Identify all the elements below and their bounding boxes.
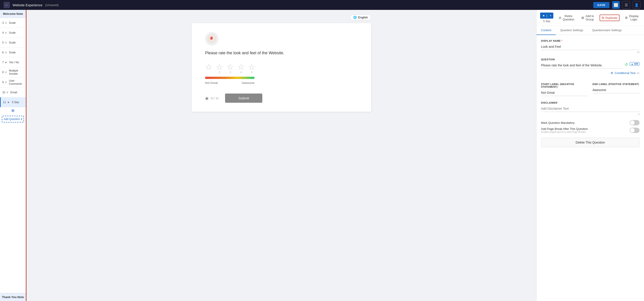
sidebar-item-label-11: 5 Star [12,101,19,104]
star-3[interactable]: ☆ [227,62,234,71]
required-indicator: * [562,39,562,42]
end-label-input[interactable] [592,87,640,93]
survey-card: Please rate the look and feel of the Web… [192,23,371,112]
start-label-section: START LABEL (NEGATIVE STATEMENT) [541,83,588,97]
right-panel: ★ | ▾ 5 Star ⊘ Retire Question ⊞ Add to … [536,10,644,301]
conditional-text-btn[interactable]: ⚙ Conditional Text 45 [610,71,640,75]
end-label: END LABEL (POSITIVE STATEMENT) [592,83,640,85]
question-display-text: Please rate the look and feel of the Web… [205,50,358,56]
sidebar-item-6[interactable]: 6 ≡ Scale [0,47,26,57]
tab-questionnaire-settings[interactable]: Questionnaire Settings [588,26,626,35]
progress-circle-icon: ◉ [205,96,209,101]
question-input-row: ↺ ▲ IVR [541,62,640,69]
main-layout: Welcome Note 3 ≡ Scale 4 ≡ Scale 5 ≡ Sca… [0,10,644,301]
survey-canvas: 🌐 English Please rate the look and feel … [26,10,536,301]
type-label-text: | [546,14,547,17]
disclaimer-input[interactable] [541,105,640,112]
question-type-badge[interactable]: ★ | ▾ [540,12,553,19]
mandatory-toggle[interactable] [630,120,640,125]
delete-question-button[interactable]: Delete This Question [541,138,640,147]
back-button[interactable]: ← [4,2,10,8]
display-name-count: 13 [541,51,640,54]
display-logic-label: Display Logic [629,14,638,21]
content-panel: DISPLAY NAME * 13 QUESTION ↺ ▲ IVR ⚙ Con… [536,35,644,301]
star-5[interactable]: ☆ [248,62,255,71]
scale-icon-4: ≡ [5,31,7,34]
sidebar-item-9[interactable]: 9 ≡ User Comments [0,77,26,87]
add-question-button[interactable]: Add Question ▾ [2,116,24,122]
disclaimer-section: DISCLAIMER 0 [541,101,640,115]
add-question-label: Add Question [4,118,20,121]
yesno-icon: ● [5,61,7,64]
display-name-label: DISPLAY NAME * [541,39,640,42]
view-toggle-button[interactable]: ⬜ [612,1,620,9]
retire-question-button[interactable]: ⊘ Retire Question [557,13,576,22]
type-dropdown-arrow: ▾ [548,14,551,17]
page-break-toggle[interactable] [630,128,640,133]
sidebar-item-label-7: Yes / No [9,61,19,64]
sidebar: Welcome Note 3 ≡ Scale 4 ≡ Scale 5 ≡ Sca… [0,10,26,301]
ivr-badge[interactable]: ▲ IVR [630,62,640,66]
sidebar-item-label-3: Scale [9,21,16,24]
sidebar-item-label-5: Scale [9,41,16,44]
scale-icon-6: ≡ [5,51,7,54]
unsaved-label: (Unsaved) [45,3,58,7]
save-button[interactable]: SAVE [593,2,610,8]
awesome-label: Awesome [242,81,254,85]
duplicate-button[interactable]: ⧉ Duplicate [600,14,620,21]
conditional-text-label: Conditional Text [614,71,635,75]
start-label-input[interactable] [541,89,588,96]
star-4[interactable]: ☆ [238,62,244,71]
display-name-input[interactable] [541,43,640,50]
submit-button[interactable]: Submit [225,93,262,103]
progress-row: ◉ 11 / 11 Submit [205,93,358,103]
thank-you-note[interactable]: Thank You Note [0,293,26,301]
tab-content[interactable]: Content [536,26,556,35]
stars-rating[interactable]: ☆ ☆ 2 ☆ 3 ☆ 4 ☆ 5 [205,62,358,74]
sidebar-item-3[interactable]: 3 ≡ Scale [0,18,26,28]
retire-label: Retire Question [562,14,574,21]
refresh-icon[interactable]: ↺ [624,62,628,67]
sidebar-item-8[interactable]: 8 ≡ Multiple Answer [0,67,26,77]
star-icon-11: ★ [7,101,10,104]
sidebar-item-label-6: Scale [9,51,16,54]
progress-label: 11 / 11 [210,97,219,100]
disclaimer-count: 0 [541,113,640,115]
sidebar-item-11[interactable]: 11 ★ 5 Star [0,97,26,107]
star-1[interactable]: ☆ [205,62,212,71]
question-label: QUESTION [541,58,640,61]
welcome-note[interactable]: Welcome Note [0,10,26,18]
scale-icon-5: ≡ [5,41,7,44]
duplicate-label: Duplicate [605,16,617,19]
scale-icon-3: ≡ [5,21,7,24]
topbar: ← Website Experience (Unsaved) SAVE ⬜ ☰ … [0,0,644,10]
share-button[interactable]: 👤 [633,1,640,9]
add-plus-icon[interactable]: ⊕ [11,108,14,113]
add-to-group-button[interactable]: ⊞ Add to Group [580,13,596,22]
sidebar-item-4[interactable]: 4 ≡ Scale [0,28,26,38]
language-selector[interactable]: 🌐 English [350,14,371,20]
type-star-icon: ★ [542,14,545,17]
start-label: START LABEL (NEGATIVE STATEMENT) [541,83,588,88]
logic-icon: ⚙ [625,16,628,19]
question-input[interactable] [541,62,623,69]
email-icon: ≡ [6,91,8,94]
canvas-toolbar: 🌐 English [192,14,371,20]
tab-question-settings[interactable]: Question Settings [556,26,588,35]
sidebar-item-label-4: Scale [9,31,16,34]
conditional-count: 45 [637,72,640,74]
type-name-label: 5 Star [543,20,550,23]
sidebar-item-10[interactable]: 10 ≡ Email [0,87,26,97]
rating-bar [205,77,254,79]
menu-button[interactable]: ☰ [622,1,630,9]
sidebar-item-7[interactable]: 7 ● Yes / No [0,57,26,67]
panel-tabs: Content Question Settings Questionnaire … [536,26,644,35]
add-question-chevron-icon: ▾ [21,118,22,121]
add-to-group-label: Add to Group [585,14,594,21]
sidebar-item-5[interactable]: 5 ≡ Scale [0,38,26,47]
display-logic-button[interactable]: ⚙ Display Logic [623,13,640,22]
comments-icon: ≡ [5,81,7,84]
star-2[interactable]: ☆ [216,62,223,71]
lang-label: English [358,16,368,19]
duplicate-icon: ⧉ [602,16,604,20]
